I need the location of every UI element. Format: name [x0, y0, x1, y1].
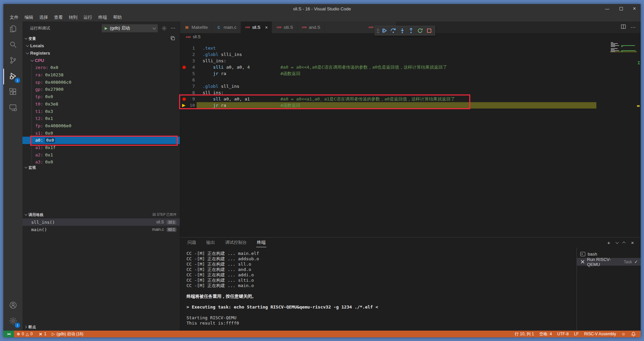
code-line-2[interactable]: 2.globl slli_ins [180, 51, 641, 58]
register-s1[interactable]: s1:0x0 [22, 129, 180, 137]
register-a3[interactable]: a3:0x0 [22, 158, 180, 164]
tree-group-Locals[interactable]: Locals [22, 42, 180, 50]
close-panel-icon[interactable]: × [631, 240, 634, 246]
code-line-5[interactable]: 5 jr ra#函数返回 [180, 70, 641, 77]
tree-group-CPU[interactable]: CPU [22, 57, 180, 64]
panel-tab-终端[interactable]: 终端 [256, 238, 266, 247]
tab-slti.S[interactable]: ASMslti.S [272, 21, 297, 33]
ellipsis-icon[interactable]: ⋯ [170, 25, 176, 31]
new-terminal-icon[interactable]: + [607, 240, 610, 246]
accounts-button[interactable] [3, 298, 22, 314]
minimize-button[interactable]: — [605, 6, 609, 11]
register-name: a1: [35, 145, 43, 150]
window-controls: — × [605, 4, 636, 13]
tree-group-Registers[interactable]: Registers [22, 50, 180, 57]
settings-button[interactable]: 1 [3, 314, 22, 329]
terminal-item-Run RISCV-QEMU[interactable]: Run RISCV-QEMUTask✓ [577, 258, 641, 266]
tab-and.S[interactable]: ASMand.S [298, 21, 325, 33]
continue-button[interactable] [380, 26, 388, 35]
code-line-8[interactable]: 8sll_ins: [180, 89, 641, 96]
register-a1[interactable]: a1:0x1f [22, 144, 180, 151]
register-a2[interactable]: a2:0x1 [22, 151, 180, 158]
menu-item-4[interactable]: 查看 [51, 14, 66, 20]
code-editor[interactable]: 1.text2.globl slli_ins3slli_ins:4 slli a… [180, 41, 641, 237]
problems-status[interactable]: ⊗0△0 [14, 331, 36, 337]
register-fp[interactable]: fp:0x408006e0 [22, 122, 180, 130]
code-line-6[interactable]: 6 [180, 77, 641, 83]
code-line-7[interactable]: 7.globl sll_ins [180, 83, 641, 89]
stack-frame-sll_ins()[interactable]: sll_ins()sll.S10:1 [22, 218, 180, 226]
step-out-button[interactable] [407, 26, 415, 35]
stack-frame-main()[interactable]: main()main.c60:1 [22, 226, 180, 233]
register-t1[interactable]: t1:0x3 [22, 108, 180, 115]
menu-item-1[interactable]: 文件 [7, 14, 21, 20]
tab-Makefile[interactable]: MMakefile [180, 21, 212, 33]
status-indentation[interactable]: 空格: 4 [537, 331, 554, 337]
step-over-button[interactable] [389, 26, 397, 35]
breakpoints-section-header[interactable]: 断点 [22, 323, 180, 331]
code-line-10[interactable]: 10 jr ra#函数返回 [180, 102, 641, 109]
chevron-down-icon[interactable] [615, 241, 619, 244]
panel-tab-问题[interactable]: 问题 [187, 238, 197, 247]
status-language-mode[interactable]: RISC-V Assembly [581, 331, 619, 337]
register-a0[interactable]: a0:0x0 [22, 137, 180, 144]
menu-item-5[interactable]: 转到 [66, 14, 80, 20]
stop-button[interactable] [425, 26, 433, 35]
close-button[interactable]: × [633, 6, 636, 12]
code-line-3[interactable]: 3slli_ins: [180, 58, 641, 64]
debug-session-status[interactable]: ▷(gdb) 启动 (16) [49, 331, 86, 337]
ellipsis-icon[interactable]: ⋯ [631, 24, 636, 30]
tab-sll.S[interactable]: ASMsll.S× [241, 21, 272, 33]
code-line-1[interactable]: 1.text [180, 45, 641, 51]
sidebar-item-search[interactable] [3, 37, 22, 53]
panel-tab-调试控制台[interactable]: 调试控制台 [224, 238, 248, 247]
register-tp[interactable]: tp:0x0 [22, 93, 180, 100]
sidebar-item-remote-explorer[interactable] [3, 100, 22, 116]
copy-icon[interactable] [170, 36, 175, 41]
grip-icon[interactable] [377, 29, 378, 29]
breakpoint-icon[interactable] [182, 97, 186, 101]
register-gp[interactable]: gp:0x27900 [22, 86, 180, 93]
restart-button[interactable] [416, 26, 424, 35]
feedback-button[interactable]: ☺ [619, 331, 628, 337]
panel-tab-输出[interactable]: 输出 [206, 238, 216, 247]
sidebar-item-extensions[interactable] [3, 84, 22, 100]
menu-item-6[interactable]: 运行 [80, 14, 95, 20]
notifications-button[interactable] [628, 331, 639, 337]
breakpoint-icon[interactable] [182, 66, 186, 69]
gear-icon[interactable] [161, 25, 167, 31]
menu-item-2[interactable]: 编辑 [21, 14, 36, 20]
menu-item-3[interactable]: 选择 [36, 14, 51, 20]
makefile-icon: M [184, 25, 190, 29]
running-tasks-status[interactable]: 1 [36, 331, 49, 337]
remote-indicator[interactable]: >< [3, 331, 14, 337]
step-into-button[interactable] [398, 26, 407, 35]
watch-section-header[interactable]: 监视 [22, 164, 180, 171]
code-line-4[interactable]: 4 slli a0, a0, 4#a0 = a0<<4,a0是C语言调用者传递的… [180, 64, 641, 70]
register-zero[interactable]: zero:0x0 [22, 64, 180, 71]
menu-item-7[interactable]: 终端 [95, 14, 110, 20]
tab-main.c[interactable]: Cmain.c [212, 21, 240, 33]
maximize-button[interactable] [620, 7, 623, 10]
callstack-section-header[interactable]: 调用堆栈 因 STEP 已暂停 [22, 211, 180, 218]
play-icon[interactable]: ▶ [105, 26, 107, 30]
register-ra[interactable]: ra:0x10238 [22, 71, 180, 79]
debug-configuration-dropdown[interactable]: ▶ (gdb) 启动 [102, 24, 158, 32]
status-cursor-position[interactable]: 行 10, 列 1 [512, 331, 537, 337]
sidebar-item-run-and-debug[interactable]: 1 [3, 69, 22, 84]
register-t0[interactable]: t0:0x3e8 [22, 100, 180, 108]
status-encoding[interactable]: UTF-8 [554, 331, 571, 337]
close-icon[interactable]: × [265, 25, 268, 30]
maximize-panel-icon[interactable] [622, 241, 626, 245]
split-editor-icon[interactable] [621, 24, 626, 30]
register-t2[interactable]: t2:0x1 [22, 115, 180, 122]
menu-item-8[interactable]: 帮助 [110, 14, 125, 20]
code-line-9[interactable]: 9 sll a0, a0, a1#a0 = a0<<a1,a0、a1是C语言调用… [180, 96, 641, 102]
register-sp[interactable]: sp:0x408006c0 [22, 78, 180, 86]
variables-section-header[interactable]: 变量 [22, 35, 180, 42]
minimap[interactable] [610, 42, 637, 52]
status-eol[interactable]: LF [571, 331, 581, 337]
sidebar-item-explorer[interactable] [3, 21, 22, 37]
sidebar-item-source-control[interactable] [3, 53, 22, 69]
terminal-output[interactable]: CC -[M] 正在构建 ... main.elfCC -[M] 正在构建 ..… [180, 248, 577, 331]
